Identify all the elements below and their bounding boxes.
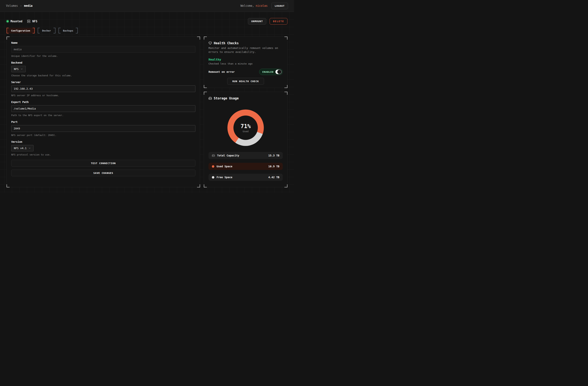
remount-toggle-state: ENABLED: [262, 70, 273, 73]
test-connection-button[interactable]: TEST CONNECTION: [11, 160, 195, 167]
total-capacity-row: Total Capacity 15.3 TB: [209, 152, 283, 159]
chevron-down-icon: [21, 68, 23, 70]
storage-usage-title: Storage Usage: [209, 96, 283, 100]
server-label: Server: [11, 81, 195, 84]
version-select[interactable]: NFS v4.1: [11, 145, 34, 151]
corner-bracket: [284, 184, 287, 187]
version-helper: NFS protocol version to use.: [11, 153, 195, 156]
backend-badge: NFS: [27, 20, 37, 23]
backend-select-value: NFS: [14, 67, 19, 70]
corner-bracket: [204, 184, 207, 187]
remount-toggle[interactable]: ENABLED: [259, 69, 283, 75]
storage-donut-wrap: 71% Used: [209, 109, 283, 146]
chevron-down-icon: [28, 147, 31, 150]
status-row: Mounted NFS UNMOUNT DELETE: [7, 12, 287, 24]
content-layout: Name Unique identifier for the volume. B…: [7, 37, 287, 187]
corner-bracket: [284, 85, 287, 88]
free-space-row: Free Space 4.42 TB: [209, 174, 283, 181]
free-space-label: Free Space: [217, 176, 232, 179]
version-label: Version: [11, 140, 195, 143]
health-last-checked: Checked less than a minute ago: [209, 62, 283, 65]
tab-bar: Configuration Docker Backups: [7, 28, 287, 33]
corner-bracket: [284, 92, 287, 95]
corner-bracket: [284, 37, 287, 40]
page: Mounted NFS UNMOUNT DELETE Configuration…: [0, 12, 294, 193]
tab-backups[interactable]: Backups: [59, 28, 78, 33]
storage-donut-center: 71% Used: [233, 116, 258, 140]
heart-icon: [209, 42, 212, 45]
port-label: Port: [11, 120, 195, 123]
corner-bracket: [7, 184, 10, 187]
total-capacity-label: Total Capacity: [217, 154, 239, 157]
used-space-dot-icon: [212, 165, 214, 168]
breadcrumb-current: media: [24, 4, 32, 7]
logout-button[interactable]: LOGOUT: [271, 3, 288, 9]
run-health-check-button[interactable]: RUN HEALTH CHECK: [227, 78, 264, 85]
total-capacity-value: 15.3 TB: [268, 154, 279, 157]
storage-donut-ring: 71% Used: [228, 109, 264, 146]
export-path-input[interactable]: [11, 105, 195, 112]
used-space-label: Used Space: [217, 165, 232, 168]
health-checks-panel: Health Checks Monitor and automatically …: [204, 37, 287, 88]
username: nicolas: [256, 4, 268, 7]
server-helper: NFS server IP address or hostname.: [11, 94, 195, 97]
health-description: Monitor and automatically remount volume…: [209, 46, 283, 54]
hard-drive-icon: [212, 154, 215, 157]
backend-label: Backend: [11, 61, 195, 64]
storage-usage-panel: Storage Usage 71% Used Total Capacity: [204, 92, 287, 187]
mount-status-label: Mounted: [10, 20, 22, 23]
mounted-status-dot: [7, 20, 9, 22]
free-space-dot-icon: [212, 176, 214, 179]
storage-usage-title-text: Storage Usage: [214, 96, 239, 100]
mount-status: Mounted: [7, 20, 22, 23]
name-input: [11, 46, 195, 53]
backend-helper: Choose the storage backend for this volu…: [11, 74, 195, 77]
remount-row: Remount on error ENABLED: [209, 69, 283, 75]
version-select-value: NFS v4.1: [14, 147, 26, 150]
status-actions: UNMOUNT DELETE: [248, 18, 287, 24]
name-helper: Unique identifier for the volume.: [11, 55, 195, 57]
storage-percent-caption: Used: [243, 130, 249, 133]
corner-bracket: [197, 37, 200, 40]
health-checks-title: Health Checks: [209, 41, 283, 45]
welcome-prefix: Welcome,: [241, 4, 256, 7]
tab-configuration[interactable]: Configuration: [7, 28, 35, 33]
corner-bracket: [204, 37, 207, 40]
hard-drive-icon: [209, 97, 212, 100]
remount-on-error-label: Remount on error: [209, 70, 235, 73]
backend-select[interactable]: NFS: [11, 66, 26, 72]
backend-badge-label: NFS: [32, 20, 37, 23]
status-left: Mounted NFS: [7, 20, 37, 23]
corner-bracket: [197, 184, 200, 187]
breadcrumb-volumes[interactable]: Volumes: [6, 4, 18, 7]
breadcrumb-separator-icon: ›: [20, 4, 22, 7]
welcome-text: Welcome, nicolas: [241, 4, 268, 7]
used-space-row: Used Space 10.9 TB: [209, 163, 283, 170]
tab-docker[interactable]: Docker: [38, 28, 56, 33]
unmount-button[interactable]: UNMOUNT: [248, 18, 266, 24]
free-space-value: 4.42 TB: [268, 176, 279, 179]
server-icon: [27, 20, 30, 23]
name-label: Name: [11, 41, 195, 44]
server-input[interactable]: [11, 85, 195, 92]
delete-button[interactable]: DELETE: [270, 18, 287, 24]
run-check-wrap: RUN HEALTH CHECK: [209, 78, 283, 85]
port-helper: NFS server port (default: 2049).: [11, 134, 195, 137]
export-path-label: Export Path: [11, 101, 195, 104]
right-column: Health Checks Monitor and automatically …: [204, 37, 287, 187]
configuration-panel: Name Unique identifier for the volume. B…: [7, 37, 200, 187]
top-bar-right: Welcome, nicolas LOGOUT: [241, 3, 288, 9]
save-changes-button[interactable]: SAVE CHANGES: [11, 170, 195, 176]
used-space-value: 10.9 TB: [268, 165, 279, 168]
health-checks-title-text: Health Checks: [214, 41, 239, 45]
top-bar: Volumes › media Welcome, nicolas LOGOUT: [0, 0, 294, 12]
corner-bracket: [204, 85, 207, 88]
corner-bracket: [204, 92, 207, 95]
health-status-badge: Healthy: [209, 58, 283, 61]
toggle-knob-icon: [275, 70, 282, 74]
breadcrumb: Volumes › media: [6, 4, 32, 7]
corner-bracket: [7, 37, 10, 40]
port-input[interactable]: [11, 125, 195, 132]
export-path-helper: Path to the NFS export on the server.: [11, 114, 195, 117]
storage-percent-used: 71%: [241, 123, 251, 129]
